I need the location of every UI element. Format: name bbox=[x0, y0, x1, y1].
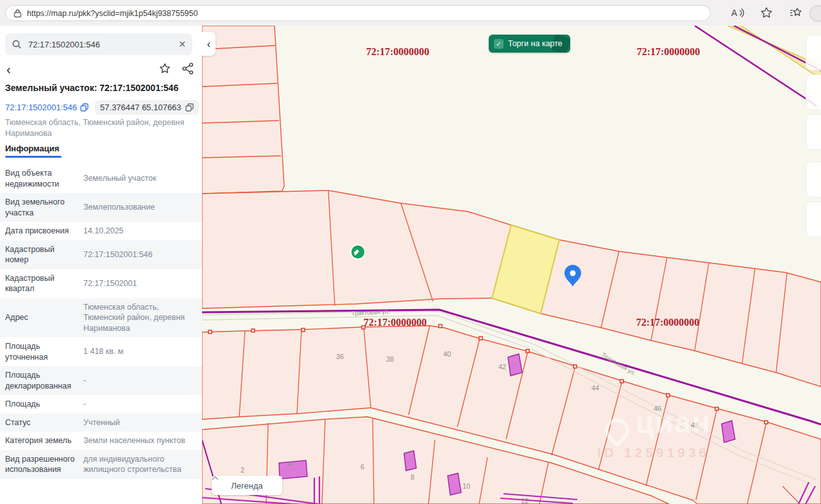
parcel-number: 10 bbox=[462, 482, 470, 490]
parcel-number: 4 bbox=[288, 460, 292, 467]
building[interactable] bbox=[279, 460, 307, 479]
table-row: Площадь декларированная - bbox=[0, 366, 202, 395]
table-row: Дата присвоения 14.10.2025 bbox=[0, 222, 202, 240]
quarter-label: 72:17:0000000 bbox=[364, 317, 427, 328]
table-row: Кадастровый квартал 72:17:1502001 bbox=[0, 269, 202, 298]
trades-on-map-button[interactable]: ✓ Торги на карте bbox=[489, 35, 570, 53]
table-row: Площадь - bbox=[0, 395, 202, 414]
table-row: Площадь уточненная 1 418 кв. м bbox=[0, 337, 202, 366]
map-control-button[interactable] bbox=[806, 74, 821, 110]
table-row: Кадастровый номер 72:17:1502001:546 bbox=[0, 240, 202, 269]
info-table: Вид объекта недвижимости Земельный участ… bbox=[0, 164, 202, 479]
url-text[interactable]: https://map.ru/pkk?ysclid=mjik1p54kj9387… bbox=[27, 9, 198, 18]
collections-icon[interactable] bbox=[789, 6, 803, 20]
site-info-lock-icon[interactable] bbox=[13, 9, 22, 18]
quarter-label: 72:17:0000000 bbox=[366, 46, 430, 57]
table-row: Категория земель Земли населенных пункто… bbox=[0, 432, 202, 450]
checkmark-icon: ✓ bbox=[494, 39, 504, 49]
parcel-number: 42 bbox=[498, 363, 506, 371]
building[interactable] bbox=[404, 451, 416, 471]
chevron-up-icon bbox=[212, 476, 219, 480]
copy-icon[interactable] bbox=[80, 103, 89, 112]
parcel-number: 40 bbox=[443, 350, 451, 358]
table-row: Вид земельного участка Землепользование bbox=[0, 193, 202, 222]
table-row: Вид объекта недвижимости Земельный участ… bbox=[0, 164, 202, 193]
parcel-number: 12 bbox=[521, 497, 529, 504]
highway-top-right bbox=[695, 26, 821, 106]
parcel-number: 6 bbox=[360, 463, 364, 471]
parcel-number: 8 bbox=[410, 473, 414, 481]
copy-icon[interactable] bbox=[185, 103, 194, 112]
parcel-number: 38 bbox=[386, 355, 394, 363]
sidebar: ✕ ‹ Земельный участок: 72:17:1502001:546… bbox=[0, 26, 202, 504]
street-label: Трактовая ул. bbox=[600, 351, 637, 377]
quarter-label: 72:17:0000000 bbox=[637, 46, 700, 57]
profile-avatar[interactable] bbox=[809, 5, 821, 22]
browser-chrome: https://map.ru/pkk?ysclid=mjik1p54kj9387… bbox=[0, 0, 821, 26]
table-row: Вид разрешенного использования для индив… bbox=[0, 450, 202, 479]
legend-label: Легенда bbox=[231, 481, 262, 491]
parcel-number: 46 bbox=[654, 405, 661, 412]
coordinates-text: 57.376447 65.107663 bbox=[100, 103, 182, 112]
street-label: Трактовая ул. bbox=[351, 308, 391, 317]
clear-search-icon[interactable]: ✕ bbox=[178, 39, 186, 49]
legend-button[interactable]: Легенда bbox=[212, 476, 282, 495]
coordinates-chip[interactable]: 57.376447 65.107663 bbox=[95, 100, 199, 115]
parcel-number: 44 bbox=[591, 384, 599, 392]
parcel-number: 36 bbox=[336, 353, 344, 360]
tab-active-underline bbox=[5, 156, 62, 158]
cadastral-number-link[interactable]: 72:17:1502001:546 bbox=[5, 103, 89, 112]
favorite-parcel-star-icon[interactable] bbox=[158, 62, 171, 75]
favorite-star-icon[interactable] bbox=[759, 6, 774, 20]
back-button[interactable]: ‹ bbox=[6, 62, 11, 77]
search-bar[interactable]: ✕ bbox=[5, 33, 192, 55]
search-icon bbox=[12, 39, 22, 49]
map-control-button[interactable] bbox=[806, 114, 821, 150]
map-control-button[interactable] bbox=[806, 35, 821, 71]
quarter-label: 72:17:0000000 bbox=[636, 317, 700, 328]
parcel-number: 2 bbox=[241, 466, 244, 474]
object-address: Тюменская область, Тюменский район, дере… bbox=[5, 117, 192, 139]
share-icon[interactable] bbox=[182, 62, 194, 75]
sidebar-collapse-button[interactable]: ‹ bbox=[202, 32, 216, 56]
search-input[interactable] bbox=[27, 39, 178, 50]
address-bar[interactable]: https://map.ru/pkk?ysclid=mjik1p54kj9387… bbox=[5, 5, 711, 21]
parcel-number: 48 bbox=[691, 421, 698, 429]
map-control-button[interactable] bbox=[806, 201, 821, 237]
tab-information[interactable]: Информация bbox=[5, 144, 59, 153]
map-control-button[interactable] bbox=[806, 162, 821, 197]
table-row: Статус Учтенный bbox=[0, 414, 202, 432]
page-title: Земельный участок: 72:17:1502001:546 bbox=[5, 83, 198, 93]
cadastral-map[interactable]: 72:17:0000000 72:17:0000000 72:17:000000… bbox=[202, 26, 821, 504]
auction-marker-icon[interactable] bbox=[350, 244, 366, 260]
trades-button-label: Торги на карте bbox=[508, 39, 563, 48]
read-aloud-icon[interactable]: A bbox=[730, 6, 744, 20]
table-row: Адрес Тюменская область, Тюменский район… bbox=[0, 298, 202, 338]
svg-text:A: A bbox=[731, 8, 738, 18]
cadastral-number-text[interactable]: 72:17:1502001:546 bbox=[5, 103, 77, 112]
